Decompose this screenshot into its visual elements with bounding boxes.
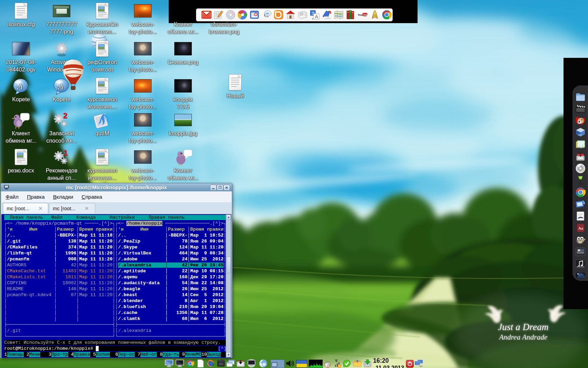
- svg-text:Vbx: Vbx: [578, 134, 582, 136]
- svg-text:A: A: [315, 14, 318, 19]
- svg-text:Tube: Tube: [363, 13, 368, 16]
- svg-text:G: G: [338, 365, 341, 367]
- svg-text:2: 2: [63, 112, 67, 120]
- svg-text:1: 1: [63, 149, 68, 157]
- svg-text:You: You: [358, 13, 363, 16]
- svg-text:Aa: Aa: [578, 226, 583, 230]
- svg-text:talk: talk: [265, 12, 269, 15]
